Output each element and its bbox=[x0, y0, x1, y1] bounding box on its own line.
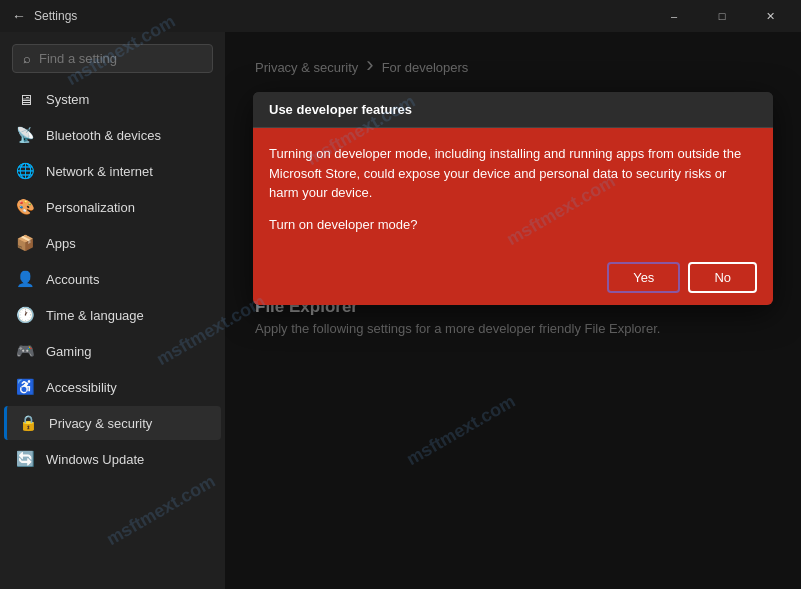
sidebar-item-privacy[interactable]: 🔒 Privacy & security bbox=[4, 406, 221, 440]
sidebar-item-bluetooth[interactable]: 📡 Bluetooth & devices bbox=[4, 118, 221, 152]
sidebar-label-windows-update: Windows Update bbox=[46, 452, 144, 467]
personalization-icon: 🎨 bbox=[16, 198, 34, 216]
search-box[interactable]: ⌕ bbox=[12, 44, 213, 73]
sidebar-item-accessibility[interactable]: ♿ Accessibility bbox=[4, 370, 221, 404]
accessibility-icon: ♿ bbox=[16, 378, 34, 396]
minimize-button[interactable]: – bbox=[651, 0, 697, 32]
titlebar-controls: – □ ✕ bbox=[651, 0, 793, 32]
search-input[interactable] bbox=[39, 51, 202, 66]
sidebar-item-apps[interactable]: 📦 Apps bbox=[4, 226, 221, 260]
accounts-icon: 👤 bbox=[16, 270, 34, 288]
sidebar-label-time: Time & language bbox=[46, 308, 144, 323]
app-container: ⌕ 🖥 System 📡 Bluetooth & devices 🌐 Netwo… bbox=[0, 32, 801, 589]
sidebar-label-network: Network & internet bbox=[46, 164, 153, 179]
network-icon: 🌐 bbox=[16, 162, 34, 180]
sidebar-item-gaming[interactable]: 🎮 Gaming bbox=[4, 334, 221, 368]
dialog-body-text: Turning on developer mode, including ins… bbox=[269, 146, 741, 200]
yes-button[interactable]: Yes bbox=[607, 262, 680, 293]
back-icon[interactable]: ← bbox=[12, 8, 26, 24]
dialog-question: Turn on developer mode? bbox=[269, 215, 757, 235]
apps-icon: 📦 bbox=[16, 234, 34, 252]
dialog-overlay: Use developer features Turning on develo… bbox=[225, 32, 801, 589]
content-area: Privacy & security › For developers Thes… bbox=[225, 32, 801, 589]
sidebar-item-system[interactable]: 🖥 System bbox=[4, 82, 221, 116]
sidebar-label-accounts: Accounts bbox=[46, 272, 99, 287]
sidebar-item-accounts[interactable]: 👤 Accounts bbox=[4, 262, 221, 296]
sidebar-item-network[interactable]: 🌐 Network & internet bbox=[4, 154, 221, 188]
sidebar-label-gaming: Gaming bbox=[46, 344, 92, 359]
app-title: Settings bbox=[34, 9, 77, 23]
sidebar: ⌕ 🖥 System 📡 Bluetooth & devices 🌐 Netwo… bbox=[0, 32, 225, 589]
dialog-header: Use developer features bbox=[253, 92, 773, 128]
system-icon: 🖥 bbox=[16, 90, 34, 108]
time-icon: 🕐 bbox=[16, 306, 34, 324]
sidebar-label-personalization: Personalization bbox=[46, 200, 135, 215]
gaming-icon: 🎮 bbox=[16, 342, 34, 360]
maximize-button[interactable]: □ bbox=[699, 0, 745, 32]
titlebar: ← Settings – □ ✕ bbox=[0, 0, 801, 32]
sidebar-item-windows-update[interactable]: 🔄 Windows Update bbox=[4, 442, 221, 476]
titlebar-left: ← Settings bbox=[12, 8, 77, 24]
dialog: Use developer features Turning on develo… bbox=[253, 92, 773, 305]
sidebar-item-personalization[interactable]: 🎨 Personalization bbox=[4, 190, 221, 224]
bluetooth-icon: 📡 bbox=[16, 126, 34, 144]
sidebar-label-privacy: Privacy & security bbox=[49, 416, 152, 431]
privacy-icon: 🔒 bbox=[19, 414, 37, 432]
windows-update-icon: 🔄 bbox=[16, 450, 34, 468]
sidebar-label-system: System bbox=[46, 92, 89, 107]
sidebar-label-apps: Apps bbox=[46, 236, 76, 251]
no-button[interactable]: No bbox=[688, 262, 757, 293]
close-button[interactable]: ✕ bbox=[747, 0, 793, 32]
dialog-body: Turning on developer mode, including ins… bbox=[253, 128, 773, 250]
search-icon: ⌕ bbox=[23, 51, 31, 66]
sidebar-label-accessibility: Accessibility bbox=[46, 380, 117, 395]
sidebar-item-time[interactable]: 🕐 Time & language bbox=[4, 298, 221, 332]
sidebar-label-bluetooth: Bluetooth & devices bbox=[46, 128, 161, 143]
dialog-buttons: Yes No bbox=[253, 250, 773, 305]
